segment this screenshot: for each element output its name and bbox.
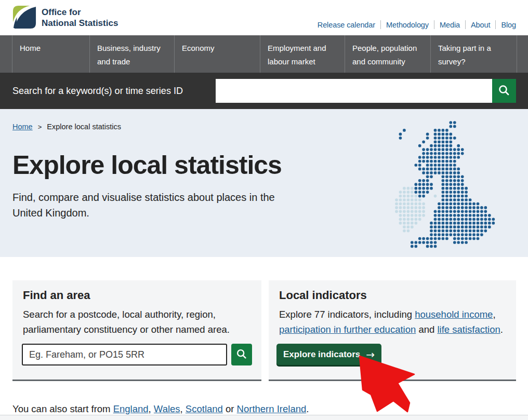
link-wales[interactable]: Wales [154,403,180,414]
text: Explore 77 indicators, including [279,309,415,320]
nav-people[interactable]: People, population and community [345,35,430,73]
local-indicators-text: Explore 77 indicators, including househo… [279,307,506,337]
breadcrumb: Home > Explore local statistics [12,123,121,131]
divider [465,20,466,29]
cards-row: Find an area Search for a postcode, loca… [12,280,528,381]
link-release-calendar[interactable]: Release calendar [318,21,375,29]
also-start-note: You can also start from England, Wales, … [12,403,528,415]
nav-business[interactable]: Business, industry and trade [89,35,174,73]
text: , [180,403,186,414]
ons-logo[interactable]: Office for National Statistics [12,5,118,29]
find-area-card: Find an area Search for a postcode, loca… [12,280,261,381]
button-label: Explore indicators [283,349,360,360]
area-search-button[interactable] [231,344,252,365]
link-household-income[interactable]: household income [415,309,493,320]
text: and [416,324,437,335]
page-title: Explore local statistics [12,150,282,180]
breadcrumb-home[interactable]: Home [12,123,33,131]
ons-logo-icon [12,5,36,29]
text: or [223,403,237,414]
divider [380,20,381,29]
nav-economy[interactable]: Economy [174,35,260,73]
footer-strip [0,415,528,420]
divider [495,20,496,29]
find-area-description: Search for a postcode, local authority, … [23,307,251,337]
text: , [493,309,495,320]
site-search-button[interactable] [492,79,516,103]
text: . [500,324,503,335]
nav-survey[interactable]: Taking part in a survey? [430,35,517,73]
site-search-input[interactable] [216,79,492,103]
area-search-input[interactable] [22,344,227,365]
ons-logo-text: Office for National Statistics [42,5,118,29]
link-life-satisfaction[interactable]: life satisfaction [437,324,500,335]
link-england[interactable]: England [113,403,149,414]
link-blog[interactable]: Blog [501,21,516,29]
breadcrumb-chevron-icon: > [38,123,42,131]
main-content: Find an area Search for a postcode, loca… [0,280,528,415]
divider [434,20,434,29]
local-indicators-title: Local indicators [279,289,506,302]
search-label: Search for a keyword(s) or time series I… [12,85,183,97]
utility-nav: Release calendar Methodology Media About… [318,20,516,29]
text: , [149,403,154,414]
explore-indicators-button[interactable]: Explore indicators → [276,344,381,365]
page-subtitle: Find, compare and visualise statistics a… [12,189,303,221]
right-arrow-icon: → [366,349,375,360]
text: You can also start from [12,403,113,414]
link-scotland[interactable]: Scotland [186,403,223,414]
hero: Home > Explore local statistics Explore … [0,109,528,257]
nav-home[interactable]: Home [12,35,89,73]
site-header: Office for National Statistics Release c… [0,0,528,35]
link-about[interactable]: About [471,21,490,29]
link-methodology[interactable]: Methodology [386,21,429,29]
nav-employment[interactable]: Employment and labour market [260,35,345,73]
uk-dot-map [393,119,521,250]
breadcrumb-current: Explore local statistics [47,123,121,131]
link-media[interactable]: Media [440,21,460,29]
primary-nav: Home Business, industry and trade Econom… [0,35,528,73]
site-search: Search for a keyword(s) or time series I… [0,73,528,109]
find-area-form [22,344,252,365]
link-participation-education[interactable]: participation in further education [279,324,416,335]
local-indicators-card: Local indicators Explore 77 indicators, … [269,280,516,381]
link-northern-ireland[interactable]: Northern Ireland [237,403,307,414]
search-icon [497,84,511,97]
search-icon [235,348,248,360]
find-area-title: Find an area [23,289,251,302]
page: Office for National Statistics Release c… [0,0,528,420]
text: . [306,403,309,414]
